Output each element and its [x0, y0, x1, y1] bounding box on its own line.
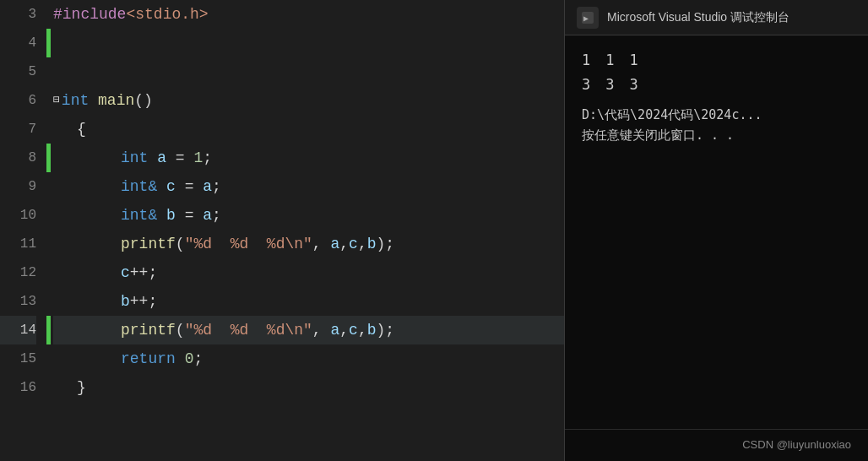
line-num-9: 9 — [0, 172, 36, 201]
token-semi-15: ; — [193, 344, 203, 373]
line-numbers: 3 4 5 6 7 8 9 10 11 12 13 14 15 16 — [0, 0, 46, 461]
line-num-15: 15 — [0, 344, 36, 373]
terminal-body: 1 1 1 3 3 3 D:\代码\2024代码\2024c... 按任意键关闭… — [565, 35, 868, 429]
token-printf-11: printf — [121, 230, 176, 258]
line-num-12: 12 — [0, 258, 36, 287]
token-var-c-12: c — [121, 258, 130, 287]
svg-text:▶: ▶ — [583, 14, 589, 23]
token-semi-8: ; — [203, 144, 212, 172]
token-brace-open: { — [77, 115, 86, 144]
terminal-num-1c: 1 — [630, 49, 638, 72]
line-num-7: 7 — [0, 115, 36, 144]
token-var-c: c — [166, 172, 176, 201]
token-parens: () — [134, 86, 153, 115]
code-editor: 3 4 5 6 7 8 9 10 11 12 13 14 15 16 #incl… — [0, 0, 868, 461]
token-var-a: a — [157, 144, 166, 172]
token-var-a-10: a — [203, 201, 212, 230]
token-amp-9: & — [148, 172, 157, 201]
token-var-b-13: b — [121, 287, 130, 316]
terminal-overlay: ▶ Microsoft Visual Studio 调试控制台 1 1 1 3 … — [564, 0, 868, 461]
token-var-b: b — [166, 201, 176, 230]
terminal-path: D:\代码\2024代码\2024c... — [582, 105, 851, 125]
token-printf-14: printf — [121, 316, 176, 344]
greenbar-4 — [46, 29, 51, 57]
terminal-num-1b: 1 — [605, 49, 614, 72]
token-str-11: "%d %d %d\n" — [185, 230, 312, 258]
token-stdio: <stdio.h> — [126, 0, 208, 29]
token-int-6: int — [62, 86, 89, 115]
terminal-output-line1: 1 1 1 — [582, 49, 851, 72]
token-incr-b: ++; — [130, 287, 157, 316]
terminal-num-1a: 1 — [582, 49, 590, 72]
token-semi-10: ; — [212, 201, 221, 230]
terminal-title: Microsoft Visual Studio 调试控制台 — [607, 10, 789, 25]
line-num-14: 14 — [0, 316, 36, 344]
token-str-14: "%d %d %d\n" — [185, 316, 312, 344]
token-int-8: int — [121, 144, 148, 172]
line-num-10: 10 — [0, 201, 36, 230]
terminal-press-hint: 按任意键关闭此窗口. . . — [582, 125, 851, 145]
terminal-output-line2: 3 3 3 — [582, 73, 851, 96]
terminal-titlebar: ▶ Microsoft Visual Studio 调试控制台 — [565, 0, 868, 35]
token-main: main — [98, 86, 134, 115]
token-semi-9: ; — [212, 172, 221, 201]
token-return: return — [121, 344, 176, 373]
token-int-10: int — [121, 201, 148, 230]
greenbar-14 — [46, 316, 51, 344]
token-zero: 0 — [185, 344, 194, 373]
collapse-icon[interactable]: ⊟ — [53, 86, 60, 115]
greenbar-8 — [46, 144, 51, 172]
line-num-13: 13 — [0, 287, 36, 316]
token-var-a-9: a — [203, 172, 212, 201]
terminal-num-2a: 3 — [582, 73, 590, 96]
line-num-3: 3 — [0, 0, 36, 29]
token-num-1: 1 — [193, 144, 203, 172]
terminal-footer: CSDN @liuyunluoxiao — [565, 429, 868, 461]
token-lparen-11: ( — [176, 230, 185, 258]
token-int-9: int — [121, 172, 148, 201]
line-num-8: 8 — [0, 144, 36, 172]
token-incr-c: ++; — [130, 258, 157, 287]
line-num-11: 11 — [0, 230, 36, 258]
line-num-6: 6 — [0, 86, 36, 115]
line-num-4: 4 — [0, 29, 36, 57]
token-brace-close: } — [77, 373, 86, 402]
terminal-app-icon: ▶ — [577, 7, 599, 29]
token-amp-10: & — [148, 201, 157, 230]
line-num-16: 16 — [0, 373, 36, 402]
terminal-num-2b: 3 — [605, 73, 614, 96]
line-num-5: 5 — [0, 57, 36, 86]
token-lparen-14: ( — [176, 316, 185, 344]
terminal-num-2c: 3 — [630, 73, 638, 96]
